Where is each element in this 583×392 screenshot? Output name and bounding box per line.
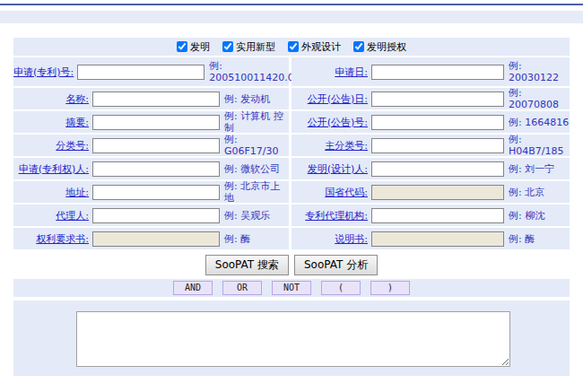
example-value: H04B7/185	[509, 145, 564, 157]
example-prefix: 例:	[509, 117, 522, 128]
example-value: 酶	[240, 233, 250, 245]
form-row: 地址: 例: 北京市上地 国省代码: 例: 北京	[13, 181, 570, 203]
publication-date-label-link[interactable]: 公开(公告)日:	[308, 93, 368, 105]
example-value: 柳沈	[525, 210, 544, 222]
form-cell-province-code: 国省代码: 例: 北京	[292, 181, 570, 203]
application-date-label-link[interactable]: 申请日:	[335, 66, 368, 78]
form-cell-publication-date: 公开(公告)日: 例: 20070808	[292, 88, 570, 109]
main-classification-label-link[interactable]: 主分类号:	[325, 140, 368, 152]
and-operator-button[interactable]: AND	[173, 281, 213, 295]
invention-grant-checkbox[interactable]	[353, 41, 364, 52]
form-cell-applicant: 申请(专利权)人: 例: 微软公司	[13, 158, 289, 179]
field-example: 例: 200510011420.0	[209, 60, 293, 83]
title-label-link[interactable]: 名称:	[65, 93, 89, 105]
example-prefix: 例:	[224, 163, 238, 175]
form-row: 权利要求书: 例: 酶 说明书: 例: 酶	[13, 228, 570, 249]
publication-date-input[interactable]	[371, 91, 504, 107]
title-input[interactable]	[92, 91, 220, 107]
example-value: 1664816	[525, 117, 569, 128]
application-number-input[interactable]	[77, 65, 204, 80]
field-label: 申请(专利权)人:	[13, 162, 89, 176]
example-value: G06F17/30	[224, 145, 279, 157]
field-label: 说明书:	[292, 232, 368, 246]
classification-label-link[interactable]: 分类号:	[56, 140, 89, 152]
soopat-search-button[interactable]: SooPAT 搜索	[205, 255, 289, 275]
applicant-input[interactable]	[92, 161, 220, 177]
example-value: 酶	[525, 233, 535, 245]
form-cell-publication-number: 公开(公告)号: 例: 1664816	[292, 111, 570, 133]
field-example: 例: 20070808	[509, 87, 570, 110]
form-cell-abstract: 摘要: 例: 计算机 控制	[13, 111, 289, 133]
checkbox-invention-grant[interactable]: 发明授权	[353, 40, 406, 54]
example-prefix: 例:	[224, 233, 238, 245]
agent-label-link[interactable]: 代理人:	[56, 210, 89, 222]
example-prefix: 例:	[509, 210, 522, 222]
field-example: 例: 北京市上地	[224, 180, 289, 204]
soopat-analyze-button[interactable]: SooPAT 分析	[294, 255, 378, 275]
close-paren-button[interactable]: )	[370, 281, 410, 295]
action-button-row: SooPAT 搜索 SooPAT 分析	[13, 255, 570, 275]
description-input	[371, 231, 504, 247]
checkbox-utility-model[interactable]: 实用新型	[222, 40, 275, 54]
example-prefix: 例:	[509, 187, 522, 198]
design-checkbox[interactable]	[288, 41, 299, 52]
example-value: 发动机	[240, 93, 270, 105]
example-value: 20030122	[509, 72, 559, 83]
form-cell-description: 说明书: 例: 酶	[292, 228, 570, 249]
field-label: 专利代理机构:	[292, 209, 368, 222]
field-label: 公开(公告)号:	[292, 116, 368, 129]
form-cell-classification: 分类号: 例: G06F17/30	[13, 135, 289, 156]
agency-input[interactable]	[371, 208, 504, 223]
search-expression-textarea[interactable]	[76, 311, 510, 367]
example-prefix: 例:	[509, 134, 522, 145]
address-label-link[interactable]: 地址:	[65, 187, 89, 198]
main-classification-input[interactable]	[371, 138, 504, 153]
description-label-link[interactable]: 说明书:	[335, 233, 368, 245]
province-code-label-link[interactable]: 国省代码:	[325, 187, 368, 198]
example-value: 200510011420.0	[209, 72, 293, 83]
inventor-input[interactable]	[371, 161, 504, 177]
address-input[interactable]	[92, 185, 220, 200]
agent-input[interactable]	[92, 208, 220, 223]
field-example: 例: 发动机	[224, 93, 289, 105]
applicant-label-link[interactable]: 申请(专利权)人:	[19, 163, 89, 175]
checkbox-invention[interactable]: 发明	[177, 40, 210, 54]
publication-number-label-link[interactable]: 公开(公告)号:	[308, 117, 368, 128]
abstract-input[interactable]	[92, 115, 220, 130]
form-cell-main-classification: 主分类号: 例: H04B7/185	[292, 135, 570, 156]
abstract-label-link[interactable]: 摘要:	[65, 117, 89, 128]
form-cell-agency: 专利代理机构: 例: 柳沈	[292, 205, 570, 226]
field-label: 地址:	[13, 186, 89, 199]
field-example: 例: 北京	[509, 187, 570, 198]
example-prefix: 例:	[224, 110, 238, 122]
not-operator-button[interactable]: NOT	[272, 281, 311, 295]
form-cell-application-number: 申请(专利)号: 例: 200510011420.0	[13, 57, 289, 86]
example-prefix: 例:	[224, 210, 238, 222]
claims-input	[92, 231, 220, 247]
checkbox-label: 发明	[190, 40, 210, 54]
open-paren-button[interactable]: (	[321, 281, 361, 295]
field-label: 名称:	[13, 92, 89, 106]
checkbox-design[interactable]: 外观设计	[288, 40, 341, 54]
field-example: 例: 计算机 控制	[224, 110, 289, 134]
claims-label-link[interactable]: 权利要求书:	[36, 233, 89, 245]
header-bar	[0, 11, 583, 23]
utility-model-checkbox[interactable]	[222, 41, 233, 52]
checkbox-label: 发明授权	[367, 40, 406, 54]
classification-input[interactable]	[92, 138, 220, 153]
agency-label-link[interactable]: 专利代理机构:	[305, 210, 368, 222]
field-example: 例: 柳沈	[509, 210, 570, 222]
patent-type-row: 发明 实用新型 外观设计 发明授权	[13, 38, 570, 56]
application-number-label-link[interactable]: 申请(专利)号:	[13, 66, 74, 78]
checkbox-label: 外观设计	[301, 40, 341, 54]
expression-panel	[13, 301, 570, 376]
form-cell-application-date: 申请日: 例: 20030122	[292, 57, 570, 86]
inventor-label-link[interactable]: 发明(设计)人:	[308, 163, 368, 175]
field-label: 申请(专利)号:	[13, 65, 74, 79]
publication-number-input[interactable]	[371, 115, 504, 130]
application-date-input[interactable]	[371, 65, 504, 80]
example-value: 20070808	[509, 99, 559, 110]
or-operator-button[interactable]: OR	[222, 281, 262, 295]
field-example: 例: 酶	[509, 233, 570, 245]
invention-checkbox[interactable]	[177, 41, 187, 52]
